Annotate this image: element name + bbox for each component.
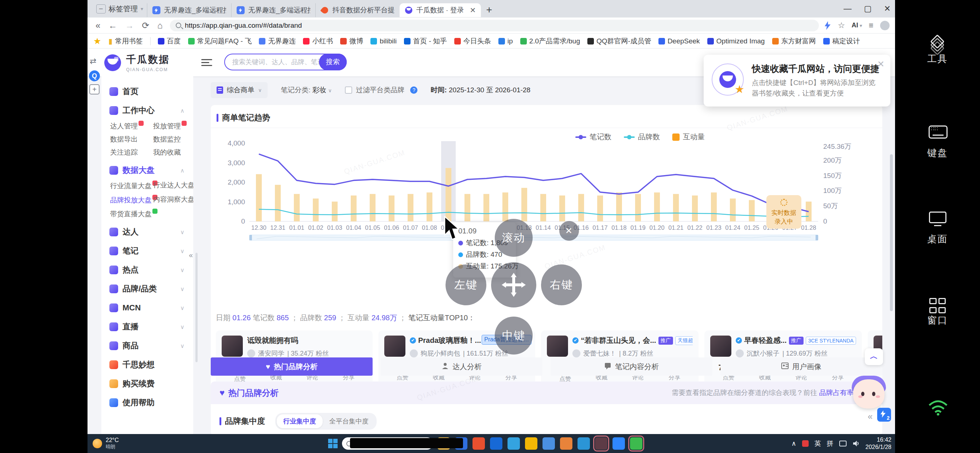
overlay-left-click-button[interactable]: 左键: [445, 265, 486, 305]
sidebar-item-笔记[interactable]: 笔记∨: [110, 241, 193, 260]
taskbar-app-icon[interactable]: [525, 437, 538, 450]
sidebar-subitem-我的收藏[interactable]: 我的收藏: [153, 148, 193, 157]
taskbar-app-icon[interactable]: [542, 437, 555, 450]
browser-tab[interactable]: 抖音数据分析平台提供抖音直播: [315, 3, 399, 17]
reload-button[interactable]: ⟳: [142, 21, 149, 30]
favorites-star-icon[interactable]: ★: [93, 36, 101, 46]
window-maximize-button[interactable]: ▢: [864, 4, 872, 13]
bookmark-item[interactable]: bilibili: [371, 37, 396, 45]
ime-lang-en[interactable]: 英: [815, 439, 821, 448]
sidebar-item-千思妙想[interactable]: 千思妙想: [110, 355, 193, 374]
menu-toggle-icon[interactable]: [201, 57, 212, 67]
bookmark-item[interactable]: Optimized Imag: [707, 37, 765, 45]
panel-windows-button[interactable]: 窗口: [895, 297, 980, 327]
bookmark-star-icon[interactable]: ☆: [838, 21, 845, 30]
sidebar-toggle-icon[interactable]: «: [95, 21, 100, 30]
sidebar-subitem-数据监控[interactable]: 数据监控: [153, 135, 193, 144]
sidebar-subitem-内容洞察大盘[interactable]: 内容洞察大盘: [153, 195, 193, 205]
bookmark-item[interactable]: 百度: [158, 37, 181, 46]
forward-button[interactable]: →: [125, 21, 134, 30]
ai-button[interactable]: AI▾: [852, 22, 862, 29]
taskbar-app-icon[interactable]: [595, 437, 608, 450]
checkbox[interactable]: [345, 86, 352, 94]
bookmark-item[interactable]: 2.0产品需求/bug: [520, 37, 580, 46]
bookmark-item[interactable]: 微博: [340, 37, 363, 46]
sidebar-subitem-带货直播大盘[interactable]: 带货直播大盘: [110, 209, 153, 219]
pill-tab-全平台集中度[interactable]: 全平台集中度: [323, 414, 375, 428]
overlay-right-click-button[interactable]: 右键: [541, 265, 582, 305]
sidebar-item-热点[interactable]: 热点∨: [110, 260, 193, 279]
sidebar-item-品牌/品类[interactable]: 品牌/品类∨: [110, 279, 193, 298]
site-logo[interactable]: 千瓜数据 QIAN-GUA.COM: [104, 53, 170, 72]
trend-chart[interactable]: 01,0002,0003,0004,000050万100万150万200万245…: [218, 140, 874, 249]
taskbar-app-icon[interactable]: [630, 437, 643, 450]
tray-display-icon[interactable]: [839, 440, 846, 447]
browser-tab[interactable]: 千瓜数据 · 登录✕: [399, 3, 481, 17]
sidebar-subitem-品牌投放大盘[interactable]: 品牌投放大盘: [110, 195, 153, 205]
sidebar-item-数据大盘[interactable]: 数据大盘∧: [110, 161, 193, 180]
bookmark-folder[interactable]: ▮ 常用书签: [109, 37, 143, 46]
boost-badge[interactable]: 2: [877, 408, 891, 422]
bookmark-item[interactable]: 东方财富网: [772, 37, 816, 46]
panel-keyboard-button[interactable]: 键盘: [895, 124, 980, 160]
clock[interactable]: 16:42 2026/1/28: [865, 436, 891, 451]
sidebar-subitem-数据导出[interactable]: 数据导出: [110, 135, 153, 144]
sidebar-item-使用帮助[interactable]: 使用帮助: [110, 393, 193, 412]
sidebar-item-MCN[interactable]: MCN∨: [110, 298, 193, 317]
analysis-tab-达人分析[interactable]: 达人分析: [380, 357, 542, 376]
bookmark-item[interactable]: 无界趣连: [259, 37, 296, 46]
sidebar-scrollbar[interactable]: [196, 253, 197, 362]
sidebar-item-首页[interactable]: 首页: [110, 82, 193, 101]
sidebar-item-直播[interactable]: 直播∨: [110, 317, 193, 336]
browser-tab[interactable]: 无界趣连_多端远程控制_免费云: [231, 3, 315, 17]
tab-manager-button[interactable]: − 标签管理 ▾: [92, 2, 147, 16]
collapse-arrows-icon[interactable]: ⇄: [90, 57, 100, 66]
bookmark-item[interactable]: ip: [498, 37, 513, 45]
overlay-scroll-button[interactable]: 滚动: [495, 219, 533, 257]
taskbar-app-icon[interactable]: [490, 437, 503, 450]
reading-list-icon[interactable]: ≡: [869, 21, 873, 30]
floating-add-button[interactable]: +: [89, 84, 100, 94]
site-search-input[interactable]: [232, 58, 320, 66]
window-close-button[interactable]: ✕: [884, 4, 891, 13]
page-scrollbar[interactable]: [890, 154, 893, 311]
sidebar-collapse-icon[interactable]: «: [189, 251, 193, 259]
weather-widget[interactable]: 22°C晴朗: [92, 437, 119, 450]
bookmark-item[interactable]: DeepSeek: [659, 37, 700, 45]
floating-q-button[interactable]: Q: [89, 70, 100, 81]
tray-security-icon[interactable]: [802, 440, 809, 447]
address-bar[interactable]: https://app.qian-gua.com/#/data/brand: [170, 20, 819, 31]
help-icon[interactable]: ?: [410, 86, 417, 94]
analysis-tab-笔记内容分析[interactable]: 笔记内容分析: [550, 357, 713, 376]
tab-close-icon[interactable]: ✕: [470, 6, 476, 14]
taskbar-app-icon[interactable]: [508, 437, 520, 450]
new-tab-button[interactable]: +: [486, 4, 492, 16]
home-button[interactable]: ⌂: [157, 21, 162, 30]
overlay-middle-click-button[interactable]: 中键: [495, 317, 533, 354]
bookmark-item[interactable]: 稿定设计: [823, 37, 860, 46]
popup-close-icon[interactable]: ✕: [877, 59, 885, 69]
sidebar-item-工作中心[interactable]: 工作中心∧: [110, 101, 193, 120]
extension-bolt-icon[interactable]: [824, 21, 831, 30]
profile-avatar[interactable]: [880, 21, 889, 30]
overlay-dpad[interactable]: [491, 262, 536, 308]
bookmark-item[interactable]: 今日头条: [454, 37, 491, 46]
bookmark-item[interactable]: 常见问题FAQ - 飞: [188, 37, 252, 46]
bookmark-item[interactable]: 小红书: [303, 37, 333, 46]
time-range[interactable]: 时间: 2025-12-30 至 2026-01-28: [431, 85, 530, 95]
panel-desktop-button[interactable]: 桌面: [895, 211, 980, 246]
browser-tab[interactable]: 无界趣连_多端远程控制_免费云: [147, 3, 231, 17]
overlay-close-button[interactable]: ✕: [559, 221, 579, 241]
taskbar-app-icon[interactable]: [578, 437, 590, 450]
ime-lang-pinyin[interactable]: 拼: [827, 439, 834, 448]
dock-collapse-icon[interactable]: «: [868, 412, 872, 422]
back-to-top-button[interactable]: ︿: [865, 348, 883, 365]
platform-brand-filter[interactable]: 过滤平台类品牌 ?: [345, 85, 417, 95]
bookmark-item[interactable]: 首页 - 知乎: [404, 37, 447, 46]
back-button[interactable]: ←: [108, 21, 117, 30]
site-search-button[interactable]: 搜索: [319, 54, 347, 70]
tray-expand-icon[interactable]: ∧: [792, 440, 796, 448]
start-button[interactable]: [328, 439, 337, 448]
taskbar-app-icon[interactable]: [560, 437, 573, 450]
sidebar-item-达人[interactable]: 达人∨: [110, 222, 193, 241]
